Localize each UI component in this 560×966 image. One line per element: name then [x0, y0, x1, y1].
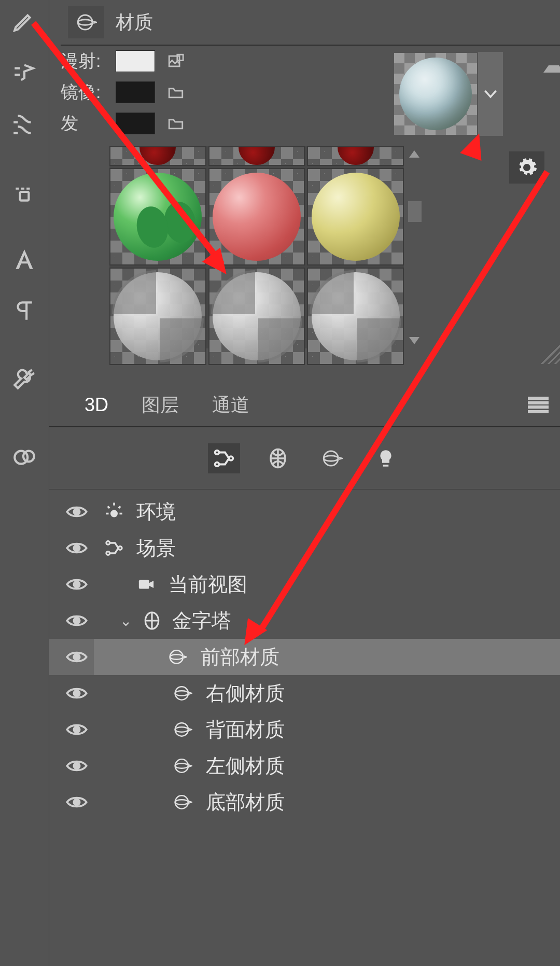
visibility-icon[interactable] — [65, 540, 89, 556]
panel-tabs: 3D 图层 通道 — [49, 384, 560, 427]
tree-current-view[interactable]: 当前视图 — [49, 566, 560, 603]
svg-point-14 — [110, 510, 118, 517]
mirror-folder-icon[interactable] — [164, 82, 187, 103]
svg-point-33 — [175, 759, 188, 772]
svg-point-23 — [74, 654, 79, 660]
svg-point-32 — [74, 763, 79, 768]
preset-item[interactable] — [109, 146, 206, 166]
tree-label: 前部材质 — [201, 644, 279, 670]
tree-label: 环境 — [136, 499, 176, 525]
svg-point-31 — [175, 727, 188, 732]
tab-3d[interactable]: 3D — [68, 384, 125, 426]
chevron-down-icon[interactable]: ⌄ — [120, 612, 132, 629]
creative-cloud-icon[interactable] — [9, 441, 40, 472]
material-preset-dropdown[interactable] — [478, 52, 503, 136]
tree-label: 当前视图 — [169, 571, 247, 598]
scene-tree: 环境 场景 当前视图 ⌄ 金字塔 — [49, 489, 560, 820]
tree-label: 背面材质 — [206, 717, 285, 743]
svg-point-13 — [74, 509, 79, 514]
visibility-icon[interactable] — [65, 504, 89, 520]
tree-label: 场景 — [136, 535, 176, 562]
tool-character[interactable] — [9, 244, 40, 275]
svg-rect-20 — [139, 580, 149, 589]
glow-label: 发 — [61, 111, 106, 135]
tree-pyramid[interactable]: ⌄ 金字塔 — [49, 603, 560, 639]
visibility-icon[interactable] — [65, 577, 89, 592]
svg-point-4 — [78, 20, 92, 25]
tool-brush-preset[interactable] — [9, 109, 40, 140]
preset-item[interactable] — [208, 146, 305, 166]
panel-3d: 3D 图层 通道 环境 场景 — [49, 384, 560, 966]
left-toolbar — [0, 0, 49, 966]
panel-scrollbar[interactable] — [539, 54, 560, 360]
filter-scene-button[interactable] — [208, 443, 240, 473]
svg-point-8 — [215, 462, 219, 466]
diffuse-texture-icon[interactable] — [164, 51, 187, 72]
svg-point-30 — [175, 723, 188, 736]
panel-menu-button[interactable] — [528, 397, 549, 413]
svg-point-35 — [74, 799, 79, 805]
svg-point-27 — [175, 687, 188, 699]
tree-right-material[interactable]: 右侧材质 — [49, 675, 560, 711]
svg-point-36 — [175, 795, 188, 808]
visibility-icon[interactable] — [65, 685, 89, 701]
material-icon — [166, 646, 188, 668]
scene-tree-icon — [103, 537, 125, 559]
svg-point-26 — [74, 690, 79, 696]
preview-sphere-icon — [399, 58, 472, 130]
material-icon — [172, 719, 193, 740]
tree-bottom-material[interactable]: 底部材质 — [49, 784, 560, 820]
tree-label: 金字塔 — [172, 608, 231, 634]
tree-label: 右侧材质 — [206, 680, 285, 707]
svg-point-24 — [170, 650, 183, 663]
materials-panel: 材质 漫射: 镜像: 发 — [61, 0, 560, 363]
environment-icon — [103, 501, 125, 523]
preset-item[interactable] — [307, 268, 404, 365]
material-preview[interactable] — [394, 53, 477, 135]
svg-point-15 — [74, 545, 79, 551]
camera-icon — [135, 573, 157, 595]
visibility-icon[interactable] — [65, 613, 89, 628]
svg-point-2 — [23, 451, 34, 462]
svg-point-37 — [175, 800, 188, 805]
visibility-icon[interactable] — [65, 722, 89, 737]
materials-title: 材质 — [116, 10, 153, 35]
tool-clone-source[interactable] — [9, 176, 40, 207]
visibility-icon[interactable] — [65, 758, 89, 774]
mesh-icon — [141, 610, 163, 632]
tree-left-material[interactable]: 左侧材质 — [49, 748, 560, 784]
panel-resize-grip[interactable] — [537, 341, 560, 364]
glow-folder-icon[interactable] — [164, 113, 187, 134]
tool-wrench[interactable] — [9, 363, 40, 394]
diffuse-swatch[interactable] — [116, 50, 155, 72]
tab-channels[interactable]: 通道 — [195, 382, 266, 428]
svg-point-19 — [74, 581, 79, 587]
tree-front-material[interactable]: 前部材质 — [49, 639, 560, 675]
preset-item[interactable] — [307, 168, 404, 265]
material-icon — [172, 682, 193, 704]
tab-layers[interactable]: 图层 — [125, 382, 195, 428]
tool-brush-settings[interactable] — [9, 57, 40, 88]
tree-environment[interactable]: 环境 — [49, 494, 560, 530]
filter-row — [49, 427, 560, 489]
tree-label: 底部材质 — [206, 789, 285, 816]
svg-point-16 — [106, 541, 110, 545]
filter-materials-button[interactable] — [316, 443, 348, 473]
svg-point-11 — [324, 451, 338, 466]
preset-item[interactable] — [307, 146, 404, 166]
svg-point-28 — [175, 691, 188, 696]
svg-point-3 — [78, 15, 92, 30]
presets-scrollbar[interactable] — [405, 146, 425, 348]
svg-point-12 — [324, 455, 338, 461]
preset-item[interactable] — [208, 268, 305, 365]
visibility-icon[interactable] — [65, 649, 89, 665]
visibility-icon[interactable] — [65, 794, 89, 810]
tool-paragraph[interactable] — [9, 296, 40, 327]
mirror-swatch[interactable] — [116, 81, 155, 103]
materials-icon[interactable] — [68, 6, 104, 38]
tree-back-material[interactable]: 背面材质 — [49, 711, 560, 748]
filter-mesh-button[interactable] — [262, 443, 294, 473]
svg-point-34 — [175, 763, 188, 768]
tree-label: 左侧材质 — [206, 753, 285, 779]
preset-item[interactable] — [109, 268, 206, 365]
